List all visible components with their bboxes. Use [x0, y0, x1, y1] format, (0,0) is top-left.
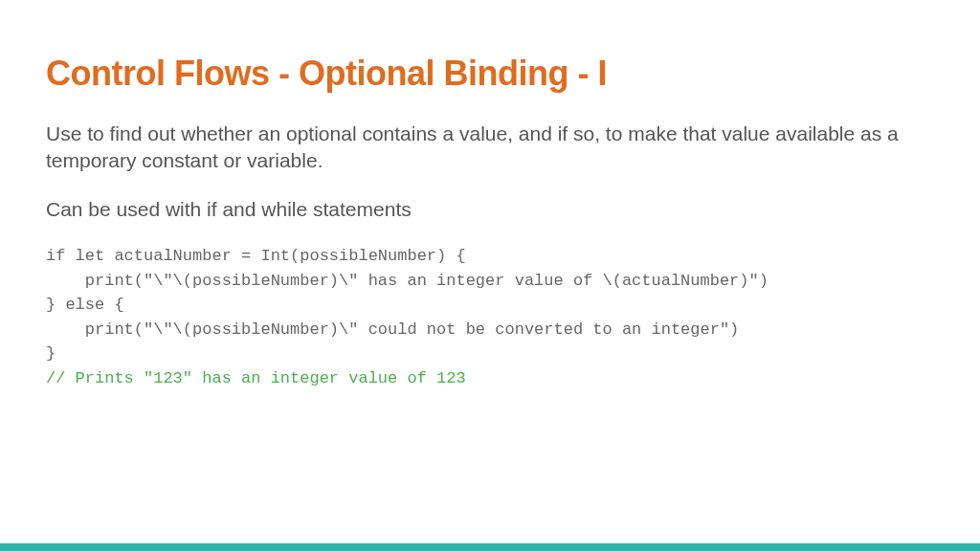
code-comment: // Prints "123" has an integer value of …	[46, 369, 466, 387]
code-line: if let actualNumber = Int(possibleNumber…	[46, 247, 466, 265]
code-example: if let actualNumber = Int(possibleNumber…	[46, 244, 934, 390]
bottom-accent-bar	[0, 543, 980, 551]
paragraph-description: Use to find out whether an optional cont…	[46, 121, 934, 175]
slide-title: Control Flows - Optional Binding - I	[46, 54, 934, 94]
code-line: } else {	[46, 296, 124, 314]
code-line: print("\"\(possibleNumber)\" could not b…	[46, 320, 739, 339]
code-line: }	[46, 344, 56, 363]
code-line: print("\"\(possibleNumber)\" has an inte…	[46, 272, 768, 290]
paragraph-usage: Can be used with if and while statements	[46, 196, 934, 223]
slide-content: Control Flows - Optional Binding - I Use…	[0, 0, 980, 390]
